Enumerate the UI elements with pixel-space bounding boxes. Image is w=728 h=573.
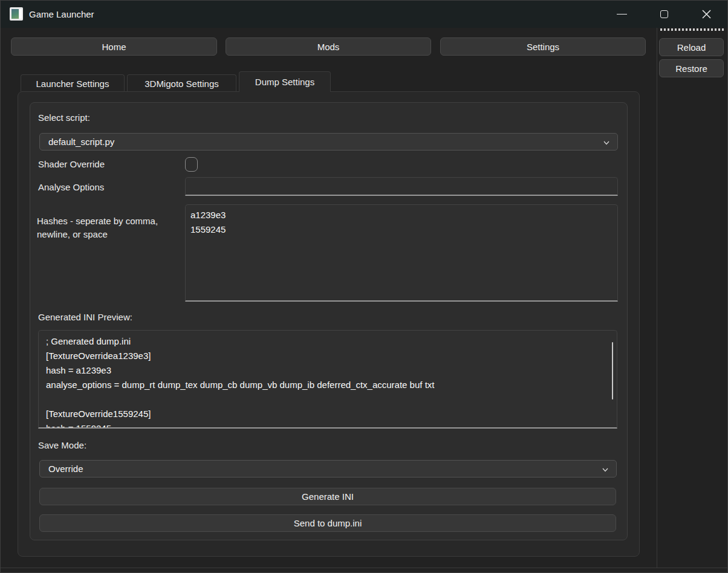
ini-preview-textarea[interactable]: ; Generated dump.ini [TextureOverridea12…: [38, 330, 617, 429]
send-to-dump-button-label: Send to dump.ini: [294, 518, 362, 528]
restore-button[interactable]: Restore: [659, 59, 724, 77]
tab-launcher-settings[interactable]: Launcher Settings: [21, 74, 125, 92]
titlebar: Game Launcher: [1, 1, 727, 28]
maximize-button[interactable]: [650, 1, 678, 27]
nav-home-button[interactable]: Home: [11, 37, 217, 56]
script-dropdown[interactable]: default_script.py: [39, 133, 618, 151]
reload-button-label: Reload: [677, 42, 706, 53]
tab-3dmigoto-settings[interactable]: 3DMigoto Settings: [127, 74, 236, 92]
shader-override-label: Shader Override: [38, 159, 105, 169]
close-button[interactable]: [692, 1, 720, 27]
tab-dump-settings-label: Dump Settings: [255, 77, 314, 87]
ini-preview-scrollbar[interactable]: [612, 342, 613, 400]
analyse-options-label: Analyse Options: [38, 182, 104, 192]
tab-launcher-settings-label: Launcher Settings: [36, 79, 109, 89]
chevron-down-icon: [602, 466, 609, 473]
minimize-icon: [617, 14, 627, 15]
game-launcher-window: Game Launcher Reload Restore Home Mods S…: [0, 0, 728, 573]
shader-override-checkbox[interactable]: [185, 157, 198, 172]
save-mode-dropdown-value: Override: [48, 464, 83, 474]
save-mode-label: Save Mode:: [38, 440, 86, 450]
app-icon-strip: [19, 9, 22, 19]
tab-dump-settings[interactable]: Dump Settings: [239, 71, 331, 92]
nav-home-label: Home: [102, 42, 126, 52]
maximize-icon: [660, 10, 668, 18]
chevron-down-icon: [603, 139, 610, 146]
nav-mods-label: Mods: [317, 42, 340, 52]
nav-settings-label: Settings: [527, 42, 559, 52]
ini-preview-label: Generated INI Preview:: [38, 312, 132, 322]
dock-drag-handle[interactable]: [660, 28, 724, 31]
window-bottom-edge: [1, 568, 727, 568]
app-icon: [10, 7, 23, 21]
dock-separator: [657, 28, 657, 568]
hashes-textarea[interactable]: a1239e3 1559245: [185, 204, 618, 302]
generate-ini-button[interactable]: Generate INI: [39, 488, 616, 505]
reload-button[interactable]: Reload: [659, 38, 724, 56]
nav-settings-button[interactable]: Settings: [440, 37, 646, 56]
window-title: Game Launcher: [29, 1, 94, 28]
close-icon: [702, 10, 711, 19]
app-icon-art: [11, 9, 19, 19]
generate-ini-button-label: Generate INI: [302, 491, 354, 502]
hashes-label: Hashes - seperate by comma, newline, or …: [37, 215, 188, 241]
tab-3dmigoto-settings-label: 3DMigoto Settings: [145, 79, 219, 89]
script-dropdown-value: default_script.py: [48, 137, 114, 147]
minimize-button[interactable]: [608, 1, 635, 27]
nav-mods-button[interactable]: Mods: [226, 37, 431, 56]
analyse-options-input[interactable]: [185, 177, 618, 196]
save-mode-dropdown[interactable]: Override: [39, 460, 617, 478]
select-script-label: Select script:: [38, 112, 90, 123]
send-to-dump-button[interactable]: Send to dump.ini: [39, 514, 616, 532]
restore-button-label: Restore: [675, 63, 707, 74]
